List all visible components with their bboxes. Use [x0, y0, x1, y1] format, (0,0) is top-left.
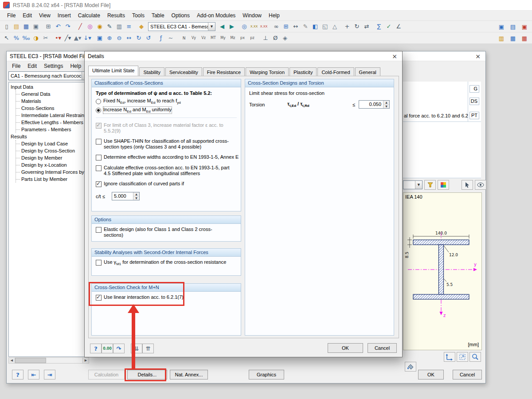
menu-insert[interactable]: Insert [54, 11, 74, 20]
menu-view[interactable]: View [35, 11, 54, 20]
new-file-icon[interactable]: ▯ [2, 22, 12, 31]
table-icon[interactable]: ▥ [114, 22, 124, 31]
tree-item-parameters-members[interactable]: Parameters - Members [16, 126, 89, 133]
table-blue-icon[interactable]: ▦ [508, 33, 518, 43]
grid-icon[interactable]: ⊞ [281, 22, 291, 31]
checkbox-ignore-curved-parts[interactable]: Ignore classification of curved parts if [96, 181, 237, 187]
decimal-places-icon[interactable]: 0.00 [102, 344, 113, 353]
previous-case-icon[interactable]: ◀ [217, 22, 227, 31]
close-icon[interactable]: × [473, 51, 483, 61]
support-dropdown-icon[interactable]: ▲▾ [73, 33, 82, 43]
result-pz-icon[interactable]: pz [247, 33, 257, 43]
torsion-limit-input[interactable]: 0.050 ▲▼ [359, 100, 390, 109]
result-mz-icon[interactable]: Mz [228, 33, 238, 43]
menu-file[interactable]: File [4, 11, 19, 20]
result-n-icon[interactable]: N [179, 33, 189, 43]
new-member-icon[interactable]: ╱ [75, 22, 85, 31]
visibility-eye-icon[interactable] [475, 180, 486, 190]
menu-options[interactable]: Options [168, 11, 193, 20]
tab-cold-formed[interactable]: Cold-Formed [317, 67, 354, 76]
checkbox-icon[interactable] [96, 165, 102, 171]
ct-limit-input[interactable]: 5.000 ▲▼ [112, 192, 140, 200]
partial-view-icon[interactable]: ◑ [31, 33, 41, 43]
load-dropdown-icon[interactable]: ↓▾ [82, 33, 92, 43]
measure-angle-icon[interactable]: ∠ [394, 22, 403, 31]
menu-tools[interactable]: Tools [129, 11, 148, 20]
scroll-left-icon[interactable]: ◀ [9, 358, 15, 363]
checkbox-effective-cross-section[interactable]: Calculate effective cross-section acc. t… [96, 165, 237, 176]
node-dropdown-icon[interactable]: •▾ [53, 33, 63, 43]
tree-item-cross-sections[interactable]: Cross-Sections [16, 105, 89, 112]
checkbox-shape-thin[interactable]: Use SHAPE-THIN for classification of all… [96, 138, 237, 150]
result-vy-icon[interactable]: Vy [189, 33, 199, 43]
stiffener-icon[interactable]: ⊥ [261, 33, 270, 43]
radio-icon[interactable] [96, 99, 101, 104]
tab-serviceability[interactable]: Serviceability [165, 67, 202, 76]
checkbox-elastic-design[interactable]: Elastic design (also for Class 1 and Cla… [96, 227, 237, 238]
menu-table[interactable]: Table [148, 11, 168, 20]
module-case-combobox[interactable]: STEEL EC3 CA1 - Bemessun ▼ [148, 22, 215, 31]
tree-item-design-by-member[interactable]: Design by Member [16, 154, 89, 161]
design-case-combobox[interactable]: CA1 - Bemessung nach Eurococ ▼ [8, 71, 89, 80]
check-icon[interactable]: ✓ [384, 22, 394, 31]
extreme-values-icon[interactable]: X.XX [259, 22, 269, 31]
scrollbar-thumb[interactable] [15, 358, 46, 363]
isometric-view-icon[interactable]: △ [330, 22, 340, 31]
permille-icon[interactable]: ‰ [21, 33, 31, 43]
undo-icon[interactable]: ↶ [53, 22, 63, 31]
snap-icon[interactable]: ◉ [95, 22, 105, 31]
ct-limit-value[interactable]: 5.000 [112, 192, 133, 200]
result-mt-icon[interactable]: MT [208, 33, 218, 43]
member-dropdown-icon[interactable]: ╱▾ [63, 33, 73, 43]
tree-item-intermediate-lateral-restraint[interactable]: Intermediate Lateral Restraint [16, 112, 89, 119]
tree-root-results[interactable]: Results [11, 133, 89, 140]
menu-addon-modules[interactable]: Add-on Modules [193, 11, 239, 20]
clip-icon[interactable]: ✂ [41, 33, 51, 43]
steel-menu-file[interactable]: File [8, 61, 24, 71]
checkbox-icon[interactable] [96, 260, 102, 266]
next-case-icon[interactable]: ▶ [227, 22, 237, 31]
graphics-button[interactable]: Graphics [249, 370, 284, 379]
tab-stability[interactable]: Stability [139, 67, 164, 76]
tab-general[interactable]: General [355, 67, 380, 76]
print-icon[interactable]: ▣ [31, 22, 41, 31]
table-header-ds[interactable]: DS [469, 98, 479, 105]
reset-defaults-icon[interactable]: ↷ [113, 344, 125, 353]
function-icon[interactable]: ƒ [156, 33, 166, 43]
radio-icon[interactable] [96, 108, 101, 113]
spin-up-icon[interactable]: ▲ [383, 101, 389, 105]
window-red-icon[interactable]: ▣ [520, 22, 529, 31]
rotate-icon[interactable]: ↻ [352, 22, 362, 31]
steel-menu-edit[interactable]: Edit [24, 61, 40, 71]
wave-icon[interactable]: ~ [166, 33, 176, 43]
rotate-view-icon[interactable]: ↻ [134, 33, 144, 43]
tree-item-governing-internal-forces[interactable]: Governing Internal Forces by M [16, 168, 89, 176]
mirror-icon[interactable]: ⇄ [362, 22, 372, 31]
steel-menu-help[interactable]: Help [66, 61, 85, 71]
result-my-icon[interactable]: My [218, 33, 228, 43]
checkbox-icon[interactable] [96, 139, 102, 145]
background-color-icon[interactable] [405, 362, 416, 372]
calculate-icon[interactable]: ∑ [374, 22, 384, 31]
menu-calculate[interactable]: Calculate [74, 11, 104, 20]
axes-icon[interactable] [444, 352, 455, 362]
radio-fixed-ned[interactable]: Fixed NEd, increase MEd to reach fyd [96, 98, 237, 105]
table-red-icon[interactable]: ▦ [520, 33, 529, 43]
reset-view-icon[interactable] [457, 352, 468, 362]
menu-edit[interactable]: Edit [19, 11, 35, 20]
filter-icon[interactable] [424, 180, 436, 190]
help-icon[interactable]: ? [90, 344, 102, 353]
tree-item-general-data[interactable]: General Data [16, 90, 89, 98]
menu-window[interactable]: Window [239, 11, 265, 20]
zoom-section-icon[interactable] [469, 352, 481, 362]
panel-toggle-icon[interactable]: ▥ [497, 33, 506, 43]
export-parameters-icon[interactable]: ⇈ [142, 344, 154, 353]
binoculars-icon[interactable]: ∞ [271, 22, 281, 31]
zoom-in-icon[interactable]: ⊕ [105, 33, 114, 43]
result-px-icon[interactable]: px [238, 33, 247, 43]
comment-icon[interactable]: ✎ [301, 22, 310, 31]
next-module-window-icon[interactable]: ⇥ [44, 370, 55, 379]
ok-button[interactable]: OK [418, 370, 444, 379]
checkbox-icon[interactable] [96, 227, 102, 233]
ok-button[interactable]: OK [328, 343, 363, 353]
